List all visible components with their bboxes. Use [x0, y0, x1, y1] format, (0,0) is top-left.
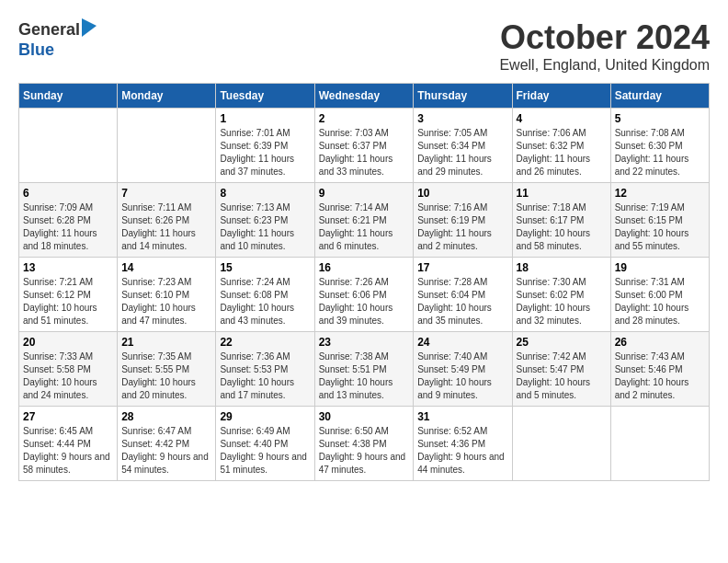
table-row: 22Sunrise: 7:36 AMSunset: 5:53 PMDayligh… [216, 332, 314, 407]
page-header: General Blue October 2024 Ewell, England… [18, 18, 710, 74]
day-info: Sunrise: 7:18 AMSunset: 6:17 PMDaylight:… [517, 201, 607, 253]
day-number: 1 [220, 112, 310, 125]
table-row: 9Sunrise: 7:14 AMSunset: 6:21 PMDaylight… [314, 183, 414, 258]
day-info: Sunrise: 6:50 AMSunset: 4:38 PMDaylight:… [319, 425, 410, 477]
day-info: Sunrise: 6:47 AMSunset: 4:42 PMDaylight:… [121, 425, 211, 477]
day-number: 8 [220, 187, 310, 200]
day-number: 6 [23, 187, 113, 200]
table-row: 2Sunrise: 7:03 AMSunset: 6:37 PMDaylight… [314, 109, 414, 183]
day-number: 11 [517, 187, 607, 200]
day-info: Sunrise: 7:43 AMSunset: 5:46 PMDaylight:… [615, 350, 705, 402]
table-row [118, 109, 216, 183]
day-info: Sunrise: 7:03 AMSunset: 6:37 PMDaylight:… [319, 127, 410, 178]
day-info: Sunrise: 7:08 AMSunset: 6:30 PMDaylight:… [615, 127, 705, 178]
table-row: 11Sunrise: 7:18 AMSunset: 6:17 PMDayligh… [512, 183, 610, 258]
table-row: 20Sunrise: 7:33 AMSunset: 5:58 PMDayligh… [19, 332, 118, 407]
day-info: Sunrise: 7:23 AMSunset: 6:10 PMDaylight:… [121, 276, 211, 327]
day-info: Sunrise: 7:21 AMSunset: 6:12 PMDaylight:… [23, 276, 113, 327]
table-row: 1Sunrise: 7:01 AMSunset: 6:39 PMDaylight… [216, 109, 314, 183]
table-row: 16Sunrise: 7:26 AMSunset: 6:06 PMDayligh… [314, 258, 414, 332]
table-row [610, 407, 709, 481]
table-row: 8Sunrise: 7:13 AMSunset: 6:23 PMDaylight… [216, 183, 314, 258]
day-number: 5 [615, 112, 705, 125]
calendar-week-row: 6Sunrise: 7:09 AMSunset: 6:28 PMDaylight… [19, 183, 710, 258]
day-info: Sunrise: 7:40 AMSunset: 5:49 PMDaylight:… [417, 350, 507, 402]
day-info: Sunrise: 7:36 AMSunset: 5:53 PMDaylight:… [220, 350, 310, 402]
table-row: 14Sunrise: 7:23 AMSunset: 6:10 PMDayligh… [118, 258, 216, 332]
day-info: Sunrise: 6:45 AMSunset: 4:44 PMDaylight:… [23, 425, 113, 477]
day-info: Sunrise: 7:14 AMSunset: 6:21 PMDaylight:… [319, 201, 410, 253]
day-info: Sunrise: 7:31 AMSunset: 6:00 PMDaylight:… [615, 276, 705, 327]
day-number: 15 [220, 261, 310, 274]
table-row: 27Sunrise: 6:45 AMSunset: 4:44 PMDayligh… [19, 407, 118, 481]
col-monday: Monday [118, 84, 216, 109]
table-row: 21Sunrise: 7:35 AMSunset: 5:55 PMDayligh… [118, 332, 216, 407]
table-row: 30Sunrise: 6:50 AMSunset: 4:38 PMDayligh… [314, 407, 414, 481]
day-info: Sunrise: 7:13 AMSunset: 6:23 PMDaylight:… [220, 201, 310, 253]
table-row: 28Sunrise: 6:47 AMSunset: 4:42 PMDayligh… [118, 407, 216, 481]
day-number: 13 [23, 261, 113, 274]
day-info: Sunrise: 7:35 AMSunset: 5:55 PMDaylight:… [121, 350, 211, 402]
day-number: 12 [615, 187, 705, 200]
calendar-week-row: 1Sunrise: 7:01 AMSunset: 6:39 PMDaylight… [19, 109, 710, 183]
table-row: 3Sunrise: 7:05 AMSunset: 6:34 PMDaylight… [414, 109, 512, 183]
table-row: 7Sunrise: 7:11 AMSunset: 6:26 PMDaylight… [118, 183, 216, 258]
table-row: 18Sunrise: 7:30 AMSunset: 6:02 PMDayligh… [512, 258, 610, 332]
table-row: 23Sunrise: 7:38 AMSunset: 5:51 PMDayligh… [314, 332, 414, 407]
table-row: 4Sunrise: 7:06 AMSunset: 6:32 PMDaylight… [512, 109, 610, 183]
day-number: 27 [23, 410, 113, 423]
day-number: 16 [319, 261, 410, 274]
day-number: 30 [319, 410, 410, 423]
col-tuesday: Tuesday [216, 84, 314, 109]
table-row: 29Sunrise: 6:49 AMSunset: 4:40 PMDayligh… [216, 407, 314, 481]
day-number: 10 [417, 187, 507, 200]
day-info: Sunrise: 6:52 AMSunset: 4:36 PMDaylight:… [417, 425, 507, 477]
calendar-week-row: 27Sunrise: 6:45 AMSunset: 4:44 PMDayligh… [19, 407, 710, 481]
day-info: Sunrise: 7:30 AMSunset: 6:02 PMDaylight:… [517, 276, 607, 327]
day-info: Sunrise: 7:28 AMSunset: 6:04 PMDaylight:… [417, 276, 507, 327]
table-row: 26Sunrise: 7:43 AMSunset: 5:46 PMDayligh… [610, 332, 709, 407]
day-info: Sunrise: 7:19 AMSunset: 6:15 PMDaylight:… [615, 201, 705, 253]
title-block: October 2024 Ewell, England, United King… [499, 18, 710, 74]
calendar-week-row: 20Sunrise: 7:33 AMSunset: 5:58 PMDayligh… [19, 332, 710, 407]
month-title: October 2024 [499, 18, 710, 57]
day-info: Sunrise: 7:01 AMSunset: 6:39 PMDaylight:… [220, 127, 310, 178]
day-number: 29 [220, 410, 310, 423]
day-number: 3 [417, 112, 507, 125]
logo-flag-icon [82, 18, 97, 37]
calendar-week-row: 13Sunrise: 7:21 AMSunset: 6:12 PMDayligh… [19, 258, 710, 332]
day-info: Sunrise: 7:38 AMSunset: 5:51 PMDaylight:… [319, 350, 410, 402]
table-row: 15Sunrise: 7:24 AMSunset: 6:08 PMDayligh… [216, 258, 314, 332]
table-row [512, 407, 610, 481]
table-row: 25Sunrise: 7:42 AMSunset: 5:47 PMDayligh… [512, 332, 610, 407]
table-row: 5Sunrise: 7:08 AMSunset: 6:30 PMDaylight… [610, 109, 709, 183]
day-number: 23 [319, 336, 410, 349]
day-info: Sunrise: 7:33 AMSunset: 5:58 PMDaylight:… [23, 350, 113, 402]
calendar-table: Sunday Monday Tuesday Wednesday Thursday… [18, 83, 710, 481]
table-row: 13Sunrise: 7:21 AMSunset: 6:12 PMDayligh… [19, 258, 118, 332]
logo: General Blue [18, 18, 97, 60]
table-row: 12Sunrise: 7:19 AMSunset: 6:15 PMDayligh… [610, 183, 709, 258]
day-info: Sunrise: 7:06 AMSunset: 6:32 PMDaylight:… [517, 127, 607, 178]
day-number: 19 [615, 261, 705, 274]
logo-blue-text: Blue [18, 40, 54, 59]
day-info: Sunrise: 6:49 AMSunset: 4:40 PMDaylight:… [220, 425, 310, 477]
col-sunday: Sunday [19, 84, 118, 109]
day-number: 22 [220, 336, 310, 349]
col-thursday: Thursday [414, 84, 512, 109]
day-info: Sunrise: 7:24 AMSunset: 6:08 PMDaylight:… [220, 276, 310, 327]
day-number: 7 [121, 187, 211, 200]
day-info: Sunrise: 7:26 AMSunset: 6:06 PMDaylight:… [319, 276, 410, 327]
day-number: 25 [517, 336, 607, 349]
day-number: 2 [319, 112, 410, 125]
day-info: Sunrise: 7:42 AMSunset: 5:47 PMDaylight:… [517, 350, 607, 402]
day-number: 26 [615, 336, 705, 349]
day-number: 17 [417, 261, 507, 274]
calendar-header-row: Sunday Monday Tuesday Wednesday Thursday… [19, 84, 710, 109]
col-wednesday: Wednesday [314, 84, 414, 109]
table-row [19, 109, 118, 183]
day-number: 4 [517, 112, 607, 125]
day-info: Sunrise: 7:09 AMSunset: 6:28 PMDaylight:… [23, 201, 113, 253]
location-text: Ewell, England, United Kingdom [499, 57, 710, 74]
day-number: 21 [121, 336, 211, 349]
